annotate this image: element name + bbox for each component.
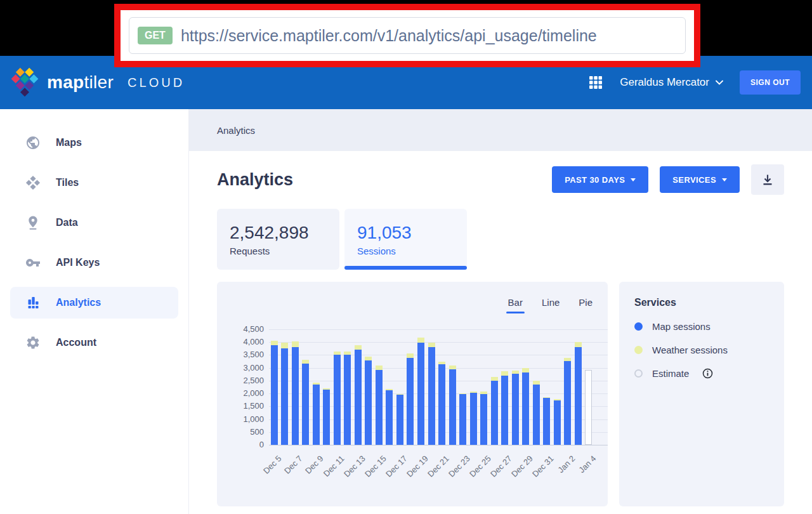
- chart-tab-pie[interactable]: Pie: [579, 297, 593, 308]
- x-tick-label: Jan 4: [577, 454, 598, 475]
- map-bar-segment: [271, 345, 278, 445]
- chart-bar-dec-22[interactable]: [449, 366, 456, 445]
- chart-bar-dec-15[interactable]: [376, 366, 383, 445]
- y-tick-label: 4,500: [225, 324, 264, 334]
- weather-bar-segment: [417, 338, 424, 343]
- chart-bar-dec-5[interactable]: [271, 341, 278, 445]
- map-bar-segment: [533, 385, 540, 445]
- chart-bar-dec-13[interactable]: [355, 345, 362, 445]
- stat-label: Requests: [230, 246, 339, 256]
- map-bar-segment: [480, 394, 487, 445]
- map-bar-segment: [438, 364, 445, 445]
- api-url-text: https://service.maptiler.com/v1/analytic…: [181, 27, 597, 45]
- weather-bar-segment: [575, 342, 582, 347]
- legend-item-estimate[interactable]: Estimate: [634, 368, 769, 379]
- chart-bar-dec-14[interactable]: [365, 357, 372, 445]
- x-tick-label: Dec 19: [405, 454, 430, 479]
- chart-bar-dec-8[interactable]: [302, 360, 309, 445]
- sidebar-item-analytics[interactable]: Analytics: [10, 287, 178, 319]
- map-bar-segment: [512, 374, 519, 445]
- gear-icon: [25, 335, 41, 350]
- x-tick-label: Dec 23: [447, 454, 472, 479]
- legend-item-weather-sessions[interactable]: Weather sessions: [634, 345, 769, 355]
- y-tick-label: 2,000: [225, 388, 264, 398]
- chart-bar-dec-23[interactable]: [459, 393, 466, 445]
- chart-bar-dec-17[interactable]: [396, 394, 403, 445]
- chart-bar-dec-6[interactable]: [281, 343, 288, 445]
- chart-bar-dec-10[interactable]: [323, 388, 330, 445]
- chart-bar-dec-18[interactable]: [407, 353, 414, 445]
- chart-bar-jan-2[interactable]: [564, 358, 571, 445]
- bar-chart-plot-area: Dec 5Dec 7Dec 9Dec 11Dec 13Dec 15Dec 17D…: [269, 329, 594, 445]
- map-bar-segment: [470, 393, 477, 445]
- map-bar-segment: [491, 381, 498, 445]
- x-tick-label: Dec 29: [510, 454, 535, 479]
- map-bar-segment: [281, 348, 288, 445]
- chart-bar-jan-3[interactable]: [575, 342, 582, 445]
- sidebar-item-maps[interactable]: Maps: [10, 127, 178, 159]
- chart-bar-dec-27[interactable]: [501, 371, 508, 445]
- sidebar-item-label: Maps: [56, 137, 82, 148]
- chart-bar-dec-19[interactable]: [417, 338, 424, 445]
- services-legend-card: Services Map sessionsWeather sessionsEst…: [619, 282, 784, 506]
- sidebar-item-api-keys[interactable]: API Keys: [10, 247, 178, 279]
- bar-chart-icon: [25, 295, 41, 310]
- apps-grid-icon[interactable]: [588, 75, 603, 90]
- caret-down-icon: [722, 178, 727, 181]
- chart-bar-dec-24[interactable]: [470, 392, 477, 445]
- date-range-button[interactable]: PAST 30 DAYS: [552, 166, 648, 193]
- chart-tab-bar[interactable]: Bar: [508, 297, 523, 308]
- chart-bar-dec-11[interactable]: [334, 352, 341, 445]
- chart-bar-dec-26[interactable]: [491, 377, 498, 445]
- chart-bar-dec-21[interactable]: [438, 362, 445, 445]
- user-name: Geraldus Mercator: [620, 76, 709, 89]
- chart-bar-dec-16[interactable]: [386, 389, 393, 445]
- map-bar-segment: [407, 358, 414, 445]
- api-url-input[interactable]: GET https://service.maptiler.com/v1/anal…: [129, 17, 686, 54]
- sign-out-button[interactable]: SIGN OUT: [740, 70, 801, 95]
- chart-bar-dec-7[interactable]: [292, 341, 299, 445]
- legend-title: Services: [634, 297, 769, 308]
- stat-card-requests[interactable]: 2,542,898Requests: [217, 209, 339, 270]
- legend-label: Weather sessions: [652, 345, 728, 355]
- weather-bar-segment: [271, 341, 278, 345]
- chart-bar-jan-1[interactable]: [554, 399, 561, 445]
- chart-bar-dec-20[interactable]: [428, 343, 435, 445]
- weather-bar-segment: [428, 343, 435, 347]
- main-area: Analytics Analytics PAST 30 DAYS SERVICE…: [189, 109, 812, 514]
- chart-bar-dec-31[interactable]: [543, 397, 550, 445]
- chart-bar-dec-12[interactable]: [344, 352, 351, 445]
- sidebar-item-data[interactable]: Data: [10, 207, 178, 239]
- user-menu[interactable]: Geraldus Mercator: [620, 76, 723, 89]
- download-button[interactable]: [751, 164, 784, 195]
- stat-value: 2,542,898: [230, 223, 339, 243]
- services-filter-label: SERVICES: [672, 175, 716, 185]
- legend-item-map-sessions[interactable]: Map sessions: [634, 321, 769, 332]
- x-tick-label: Dec 27: [488, 454, 514, 479]
- chart-bar-dec-25[interactable]: [480, 392, 487, 445]
- map-bar-segment: [501, 376, 508, 445]
- weather-bar-segment: [292, 341, 299, 347]
- chart-bar-jan-4[interactable]: [585, 370, 592, 445]
- chart-bar-dec-9[interactable]: [313, 383, 320, 445]
- sidebar-item-account[interactable]: Account: [10, 327, 178, 359]
- x-tick-label: Dec 5: [261, 454, 284, 476]
- maptiler-pin-icon: [10, 67, 39, 98]
- y-tick-label: 0: [225, 440, 264, 449]
- chevron-down-icon: [716, 80, 723, 85]
- sidebar-item-tiles[interactable]: Tiles: [10, 167, 178, 199]
- chart-bar-dec-30[interactable]: [533, 381, 540, 445]
- chart-bar-dec-28[interactable]: [512, 371, 519, 445]
- info-icon[interactable]: [702, 368, 713, 379]
- stat-card-sessions[interactable]: 91,053Sessions: [344, 209, 467, 270]
- brand-wordmark: maptiler: [47, 72, 114, 93]
- chart-tab-line[interactable]: Line: [542, 297, 560, 308]
- maptiler-logo[interactable]: maptiler CLOUD: [10, 67, 185, 98]
- y-tick-label: 1,000: [225, 414, 264, 424]
- x-tick-label: Dec 15: [363, 454, 388, 479]
- breadcrumb-item[interactable]: Analytics: [217, 125, 255, 136]
- chart-bar-dec-29[interactable]: [522, 368, 529, 445]
- sidebar-item-label: Tiles: [56, 177, 79, 188]
- gridline: [269, 355, 608, 355]
- services-filter-button[interactable]: SERVICES: [660, 166, 740, 193]
